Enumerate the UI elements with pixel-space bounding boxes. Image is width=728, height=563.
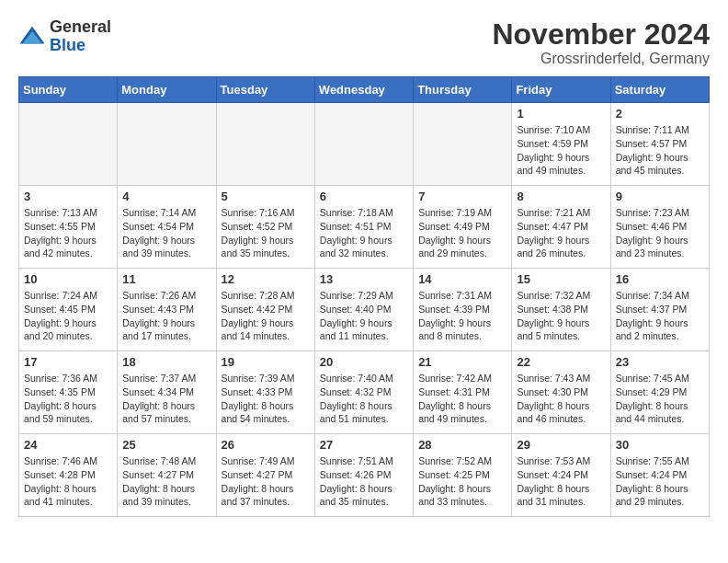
day-number: 4 [122,190,210,203]
day-info: Sunrise: 7:19 AM Sunset: 4:49 PM Dayligh… [418,206,506,260]
day-info: Sunrise: 7:43 AM Sunset: 4:30 PM Dayligh… [517,372,605,426]
day-info: Sunrise: 7:40 AM Sunset: 4:32 PM Dayligh… [320,372,408,426]
page-title: November 2024 [492,18,710,51]
day-info: Sunrise: 7:45 AM Sunset: 4:29 PM Dayligh… [616,372,704,426]
calendar-cell: 20Sunrise: 7:40 AM Sunset: 4:32 PM Dayli… [314,351,413,434]
day-info: Sunrise: 7:24 AM Sunset: 4:45 PM Dayligh… [24,289,112,343]
day-number: 12 [222,272,310,286]
calendar-header-friday: Friday [512,77,610,103]
calendar-cell: 21Sunrise: 7:42 AM Sunset: 4:31 PM Dayli… [414,351,512,434]
day-number: 24 [24,438,112,452]
calendar-cell: 7Sunrise: 7:19 AM Sunset: 4:49 PM Daylig… [414,186,512,269]
logo-text: General Blue [50,18,111,55]
calendar-cell: 28Sunrise: 7:52 AM Sunset: 4:25 PM Dayli… [414,434,512,517]
day-info: Sunrise: 7:48 AM Sunset: 4:27 PM Dayligh… [122,454,210,509]
day-info: Sunrise: 7:53 AM Sunset: 4:24 PM Dayligh… [517,454,605,509]
day-info: Sunrise: 7:42 AM Sunset: 4:31 PM Dayligh… [418,372,506,426]
day-number: 6 [320,190,408,203]
calendar-cell: 6Sunrise: 7:18 AM Sunset: 4:51 PM Daylig… [314,186,413,269]
calendar-cell: 24Sunrise: 7:46 AM Sunset: 4:28 PM Dayli… [19,434,118,517]
day-info: Sunrise: 7:29 AM Sunset: 4:40 PM Dayligh… [320,289,408,343]
day-number: 28 [418,438,506,452]
calendar-cell: 14Sunrise: 7:31 AM Sunset: 4:39 PM Dayli… [414,269,512,351]
calendar-cell: 22Sunrise: 7:43 AM Sunset: 4:30 PM Dayli… [512,351,610,434]
day-number: 30 [616,438,704,452]
day-number: 5 [222,190,310,203]
calendar-week-2: 3Sunrise: 7:13 AM Sunset: 4:55 PM Daylig… [19,186,710,269]
calendar-cell: 27Sunrise: 7:51 AM Sunset: 4:26 PM Dayli… [314,434,413,517]
page-subtitle: Grossrinderfeld, Germany [492,51,710,67]
day-number: 23 [616,355,704,369]
calendar-cell: 30Sunrise: 7:55 AM Sunset: 4:24 PM Dayli… [610,434,709,517]
day-info: Sunrise: 7:51 AM Sunset: 4:26 PM Dayligh… [320,454,408,509]
title-block: November 2024 Grossrinderfeld, Germany [492,18,710,67]
calendar-cell: 5Sunrise: 7:16 AM Sunset: 4:52 PM Daylig… [216,186,314,269]
day-number: 26 [222,438,310,452]
calendar-header-row: SundayMondayTuesdayWednesdayThursdayFrid… [19,77,710,103]
day-number: 27 [320,438,408,452]
day-info: Sunrise: 7:36 AM Sunset: 4:35 PM Dayligh… [24,372,112,426]
calendar-cell: 13Sunrise: 7:29 AM Sunset: 4:40 PM Dayli… [314,269,413,351]
calendar-cell: 26Sunrise: 7:49 AM Sunset: 4:27 PM Dayli… [216,434,314,517]
calendar-cell [414,103,512,186]
day-info: Sunrise: 7:13 AM Sunset: 4:55 PM Dayligh… [24,206,112,260]
calendar-cell: 11Sunrise: 7:26 AM Sunset: 4:43 PM Dayli… [118,269,216,351]
calendar-cell: 8Sunrise: 7:21 AM Sunset: 4:47 PM Daylig… [512,186,610,269]
logo-line2: Blue [50,37,111,55]
calendar-header-thursday: Thursday [414,77,512,103]
calendar-cell [314,103,413,186]
calendar-cell: 17Sunrise: 7:36 AM Sunset: 4:35 PM Dayli… [19,351,118,434]
calendar-cell [118,103,216,186]
day-info: Sunrise: 7:32 AM Sunset: 4:38 PM Dayligh… [517,289,605,343]
calendar-week-3: 10Sunrise: 7:24 AM Sunset: 4:45 PM Dayli… [19,269,710,351]
calendar-cell: 19Sunrise: 7:39 AM Sunset: 4:33 PM Dayli… [216,351,314,434]
day-number: 9 [616,190,704,203]
calendar-cell: 29Sunrise: 7:53 AM Sunset: 4:24 PM Dayli… [512,434,610,517]
page-header: General Blue November 2024 Grossrinderfe… [18,18,710,67]
day-number: 14 [418,272,506,286]
day-number: 7 [418,190,506,203]
day-info: Sunrise: 7:10 AM Sunset: 4:59 PM Dayligh… [517,123,605,178]
calendar-cell: 18Sunrise: 7:37 AM Sunset: 4:34 PM Dayli… [118,351,216,434]
calendar-header-sunday: Sunday [19,77,118,103]
day-info: Sunrise: 7:52 AM Sunset: 4:25 PM Dayligh… [418,454,506,509]
day-info: Sunrise: 7:28 AM Sunset: 4:42 PM Dayligh… [222,289,310,343]
day-number: 13 [320,272,408,286]
calendar-week-5: 24Sunrise: 7:46 AM Sunset: 4:28 PM Dayli… [19,434,710,517]
day-number: 18 [122,355,210,369]
calendar-cell: 15Sunrise: 7:32 AM Sunset: 4:38 PM Dayli… [512,269,610,351]
logo: General Blue [18,18,111,55]
logo-line1: General [50,18,111,37]
calendar-cell: 23Sunrise: 7:45 AM Sunset: 4:29 PM Dayli… [610,351,709,434]
calendar-cell: 10Sunrise: 7:24 AM Sunset: 4:45 PM Dayli… [19,269,118,351]
calendar-header-tuesday: Tuesday [216,77,314,103]
calendar-header-saturday: Saturday [610,77,709,103]
day-info: Sunrise: 7:18 AM Sunset: 4:51 PM Dayligh… [320,206,408,260]
day-number: 21 [418,355,506,369]
calendar-cell: 4Sunrise: 7:14 AM Sunset: 4:54 PM Daylig… [118,186,216,269]
day-info: Sunrise: 7:23 AM Sunset: 4:46 PM Dayligh… [616,206,704,260]
calendar-cell [19,103,118,186]
calendar-header-monday: Monday [118,77,216,103]
day-info: Sunrise: 7:55 AM Sunset: 4:24 PM Dayligh… [616,454,704,509]
day-number: 2 [616,107,704,121]
calendar-cell: 3Sunrise: 7:13 AM Sunset: 4:55 PM Daylig… [19,186,118,269]
day-number: 1 [517,107,605,121]
calendar-cell: 25Sunrise: 7:48 AM Sunset: 4:27 PM Dayli… [118,434,216,517]
day-number: 10 [24,272,112,286]
calendar-week-4: 17Sunrise: 7:36 AM Sunset: 4:35 PM Dayli… [19,351,710,434]
logo-icon [18,23,46,51]
calendar-cell: 9Sunrise: 7:23 AM Sunset: 4:46 PM Daylig… [610,186,709,269]
calendar-cell: 2Sunrise: 7:11 AM Sunset: 4:57 PM Daylig… [610,103,709,186]
day-info: Sunrise: 7:21 AM Sunset: 4:47 PM Dayligh… [517,206,605,260]
day-info: Sunrise: 7:37 AM Sunset: 4:34 PM Dayligh… [122,372,210,426]
day-number: 16 [616,272,704,286]
calendar-week-1: 1Sunrise: 7:10 AM Sunset: 4:59 PM Daylig… [19,103,710,186]
day-info: Sunrise: 7:34 AM Sunset: 4:37 PM Dayligh… [616,289,704,343]
day-number: 22 [517,355,605,369]
calendar-header-wednesday: Wednesday [314,77,413,103]
calendar-cell: 12Sunrise: 7:28 AM Sunset: 4:42 PM Dayli… [216,269,314,351]
day-number: 3 [24,190,112,203]
day-info: Sunrise: 7:39 AM Sunset: 4:33 PM Dayligh… [222,372,310,426]
day-info: Sunrise: 7:16 AM Sunset: 4:52 PM Dayligh… [222,206,310,260]
